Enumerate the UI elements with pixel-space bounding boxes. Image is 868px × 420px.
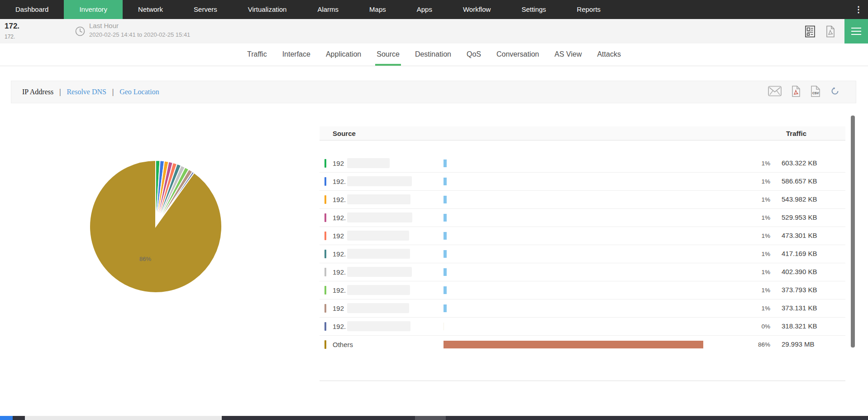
traffic-value: 402.390 KB: [782, 268, 817, 275]
source-label: 192: [333, 159, 344, 167]
filter-geo-location[interactable]: Geo Location: [119, 88, 159, 96]
series-color-tick: [324, 340, 326, 349]
traffic-value: 529.953 KB: [782, 213, 817, 221]
traffic-percent: 1%: [716, 214, 770, 221]
table-bottom-border: [320, 381, 845, 381]
redacted-ip: [347, 285, 410, 295]
table-row[interactable]: 192.1%373.793 KB: [320, 281, 845, 299]
device-title: 172.: [5, 22, 19, 31]
nav-item-reports[interactable]: Reports: [562, 0, 616, 19]
scrollbar-corner[interactable]: [0, 416, 13, 420]
tab-source[interactable]: Source: [369, 43, 407, 66]
filter-separator: |: [112, 88, 114, 96]
nav-item-alarms[interactable]: Alarms: [302, 0, 354, 19]
nav-item-workflow[interactable]: Workflow: [448, 0, 506, 19]
svg-text:CSV: CSV: [812, 92, 819, 95]
tab-application[interactable]: Application: [318, 43, 369, 66]
tab-attacks[interactable]: Attacks: [589, 43, 628, 66]
traffic-value: 473.301 KB: [782, 232, 817, 239]
table-row[interactable]: 192.1%543.982 KB: [320, 191, 845, 209]
traffic-percent: 0%: [716, 323, 770, 330]
table-header: Source Traffic: [320, 126, 845, 140]
table-row[interactable]: 1921%473.301 KB: [320, 227, 845, 245]
hamburger-menu-icon[interactable]: [844, 19, 868, 43]
pdf-export-icon[interactable]: [792, 86, 801, 99]
traffic-bar: [444, 250, 447, 258]
redacted-ip: [347, 321, 410, 331]
kebab-menu-icon[interactable]: ⋮: [854, 0, 863, 19]
nav-item-inventory[interactable]: Inventory: [64, 0, 123, 19]
table-row[interactable]: Others86%29.993 MB: [320, 336, 845, 353]
nav-items: DashboardInventoryNetworkServersVirtuali…: [0, 0, 616, 19]
tab-as-view[interactable]: AS View: [547, 43, 589, 66]
traffic-bar: [444, 268, 447, 276]
traffic-value: 417.169 KB: [782, 250, 817, 257]
table-row[interactable]: 192.1%417.169 KB: [320, 245, 845, 263]
traffic-bar: [444, 196, 447, 203]
column-header-source[interactable]: Source: [333, 130, 356, 137]
traffic-percent: 1%: [716, 160, 770, 167]
report-icon[interactable]: [805, 25, 816, 39]
table-row[interactable]: 192.1%586.657 KB: [320, 173, 845, 191]
report-tabs-row: TrafficInterfaceApplicationSourceDestina…: [0, 43, 868, 66]
filter-ip-address[interactable]: IP Address: [22, 88, 53, 96]
traffic-bar: [444, 304, 447, 312]
nav-item-settings[interactable]: Settings: [506, 0, 561, 19]
filter-resolve-dns[interactable]: Resolve DNS: [67, 88, 106, 96]
source-label: 192.: [333, 214, 346, 222]
source-label: Others: [333, 341, 353, 348]
traffic-percent: 1%: [716, 305, 770, 312]
traffic-percent: 1%: [716, 287, 770, 294]
nav-item-servers[interactable]: Servers: [178, 0, 233, 19]
traffic-value: 318.321 KB: [782, 322, 817, 330]
nav-item-maps[interactable]: Maps: [354, 0, 401, 19]
traffic-bar: [444, 286, 447, 294]
nav-item-network[interactable]: Network: [123, 0, 178, 19]
series-color-tick: [324, 195, 326, 204]
time-period-label[interactable]: Last Hour: [89, 22, 119, 29]
csv-export-icon[interactable]: CSV: [811, 86, 820, 99]
tab-conversation[interactable]: Conversation: [489, 43, 547, 66]
redacted-ip: [347, 267, 412, 277]
source-label: 192: [333, 232, 344, 240]
table-row[interactable]: 192.0%318.321 KB: [320, 318, 845, 336]
nav-item-dashboard[interactable]: Dashboard: [0, 0, 64, 19]
vertical-scrollbar-thumb[interactable]: [851, 116, 855, 348]
pdf-icon[interactable]: [825, 25, 835, 39]
redacted-ip: [347, 249, 410, 259]
pie-slice-others-11[interactable]: [90, 160, 222, 293]
top-navbar: DashboardInventoryNetworkServersVirtuali…: [0, 0, 868, 19]
tab-qos[interactable]: QoS: [459, 43, 489, 66]
traffic-bar: [444, 323, 444, 330]
redacted-ip: [347, 212, 412, 222]
source-label: 192.: [333, 178, 346, 185]
column-header-traffic[interactable]: Traffic: [786, 130, 806, 137]
traffic-value: 586.657 KB: [782, 177, 817, 185]
series-color-tick: [324, 268, 326, 276]
nav-item-apps[interactable]: Apps: [401, 0, 448, 19]
tab-traffic[interactable]: Traffic: [239, 43, 275, 66]
tab-destination[interactable]: Destination: [407, 43, 459, 66]
horizontal-scrollbar-segment: [415, 416, 446, 420]
horizontal-scrollbar-thumb[interactable]: [25, 416, 222, 420]
table-row[interactable]: 192.1%529.953 KB: [320, 209, 845, 227]
time-range-text: 2020-02-25 14:41 to 2020-02-25 15:41: [89, 31, 190, 38]
table-row[interactable]: 192.1%402.390 KB: [320, 263, 845, 281]
table-row[interactable]: 1921%373.131 KB: [320, 299, 845, 318]
source-label: 192.: [333, 286, 346, 294]
table-row[interactable]: 1921%603.322 KB: [320, 154, 845, 173]
source-label: 192.: [333, 250, 346, 258]
filter-toolbar: IP Address|Resolve DNS|Geo Location CSV: [11, 81, 856, 103]
refresh-icon[interactable]: [830, 87, 839, 97]
email-icon[interactable]: [768, 86, 782, 98]
traffic-percent: 1%: [716, 196, 770, 203]
horizontal-scrollbar: [0, 416, 868, 420]
redacted-ip: [347, 176, 412, 186]
traffic-bar: [444, 214, 447, 222]
source-table: Source Traffic 1921%603.322 KB192.1%586.…: [320, 126, 845, 353]
traffic-bar: [444, 232, 447, 240]
tab-interface[interactable]: Interface: [275, 43, 318, 66]
nav-item-virtualization[interactable]: Virtualization: [233, 0, 302, 19]
redacted-ip: [347, 158, 390, 168]
series-color-tick: [324, 250, 326, 258]
